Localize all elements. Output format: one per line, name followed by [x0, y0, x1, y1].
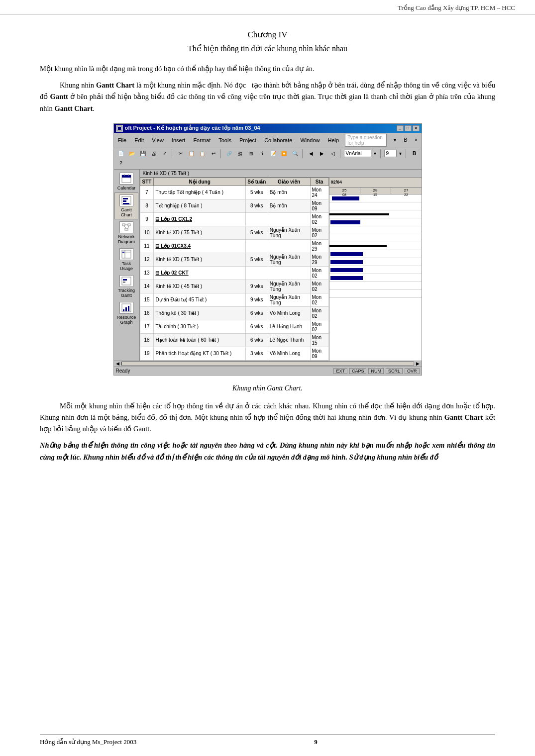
scroll-left-button[interactable]: ◁ — [328, 149, 338, 158]
sidebar-item-tracking[interactable]: Tracking Gantt — [114, 273, 138, 300]
menu-tools[interactable]: Tools — [216, 137, 233, 144]
notes-button[interactable]: 📝 — [268, 149, 278, 158]
print-button[interactable]: 🖨 — [149, 149, 159, 158]
size-dropdown-button[interactable]: ▾ — [398, 149, 404, 158]
gantt-bar — [330, 276, 363, 280]
chapter-title: Chương IV — [40, 29, 495, 40]
status-bar: Ready EXT CAPS NUM SCRL OVR — [114, 367, 422, 375]
close-button[interactable]: × — [413, 125, 420, 131]
page-content: Chương IV Thể hiện thông tin dới các khu… — [0, 14, 535, 483]
copy-button[interactable]: 📋 — [187, 149, 197, 158]
cut-button[interactable]: ✂ — [176, 149, 186, 158]
svg-rect-7 — [123, 198, 128, 199]
minimize-button[interactable]: _ — [397, 125, 404, 131]
menu-collaborate[interactable]: Collaborate — [262, 137, 294, 144]
gantt-bar — [330, 220, 360, 224]
spellcheck-button[interactable]: ✓ — [160, 149, 170, 158]
table-row: 19 Phân tích Hoạt động KT ( 30 Tiết ) 3 … — [140, 347, 328, 360]
gantt-icon — [119, 194, 133, 206]
sidebar-item-gantt[interactable]: Gantt Chart — [114, 192, 138, 219]
bold-button[interactable]: B — [410, 149, 420, 158]
svg-rect-24 — [123, 309, 124, 311]
menu-edit[interactable]: Edit — [132, 137, 146, 144]
paragraph-3: Mỗi một khung nhìn thể hiện các tổ hợp t… — [40, 400, 495, 435]
zoom-in-button[interactable]: 🔍 — [290, 149, 300, 158]
filter-button[interactable]: 🔽 — [279, 149, 289, 158]
sidebar-network-label: Network Diagram — [116, 234, 137, 244]
svg-rect-21 — [123, 279, 127, 281]
gantt-summary-bar — [329, 213, 389, 215]
status-scrl: SCRL — [386, 368, 403, 374]
gantt-bar — [330, 252, 363, 256]
link-button[interactable]: 🔗 — [224, 149, 234, 158]
status-text: Ready — [116, 368, 130, 374]
gantt-row-14 — [329, 250, 422, 258]
new-button[interactable]: 📄 — [116, 149, 126, 158]
resource-icon — [119, 302, 133, 314]
sidebar-item-resource[interactable]: Resource Graph — [114, 300, 138, 327]
gantt-summary-bar — [329, 245, 387, 247]
header-text: Trồng Cao đẳng Xây dựng TP. HCM – HCC — [398, 4, 515, 12]
menu-file[interactable]: File — [116, 137, 129, 144]
font-size-input[interactable]: 9 — [384, 150, 397, 157]
col-giaovien: Giáo viên — [268, 178, 310, 186]
paste-button[interactable]: 📋 — [198, 149, 208, 158]
svg-rect-22 — [123, 282, 125, 283]
menu-help[interactable]: Help — [326, 137, 341, 144]
nav-prev-button[interactable]: ◀ — [306, 149, 316, 158]
screenshot-container: oft Project - Kế hoạch giảng dạy các lớp… — [113, 123, 422, 376]
menu-pin-button[interactable]: ▾ — [392, 136, 398, 145]
undo-button[interactable]: ↩ — [209, 149, 218, 158]
sidebar-item-network[interactable]: Network Diagram — [114, 219, 138, 246]
status-ext: EXT — [333, 368, 347, 374]
split-button[interactable]: ⊞ — [246, 149, 256, 158]
paragraph-1: Một khung nhìn là một dạng mà trong đó b… — [40, 63, 495, 75]
help-search[interactable]: Type a question for help — [345, 134, 387, 147]
table-row: 13 ⊟ Lớp 02 CKT Mon 02 — [140, 266, 328, 280]
footer-left: Hớng dẫn sử dụng Ms_Project 2003 — [40, 738, 136, 746]
font-dropdown-button[interactable]: ▾ — [372, 149, 378, 158]
col-stt: STT — [140, 178, 154, 186]
gantt-bar — [330, 260, 363, 264]
left-table-area: STT Nội dung Số tuần Giáo viên Sta 7 — [140, 178, 329, 361]
menu-close-button[interactable]: × — [413, 136, 419, 145]
save-button[interactable]: 💾 — [138, 149, 148, 158]
status-caps: CAPS — [349, 368, 367, 374]
svg-line-14 — [124, 226, 126, 228]
sidebar-item-calendar[interactable]: Calendar — [114, 171, 138, 192]
gantt-bar — [330, 268, 363, 272]
menu-project[interactable]: Project — [237, 137, 258, 144]
table-row: 9 ⊟ Lớp 01 CX1.2 Mon 02 — [140, 212, 328, 226]
italic-button[interactable]: ? — [116, 159, 126, 168]
nav-next-button[interactable]: ▶ — [317, 149, 327, 158]
menu-window[interactable]: Window — [298, 137, 321, 144]
chapter-subtitle: Thể hiện thông tin dới các khung nhìn kh… — [40, 44, 495, 53]
font-name-input[interactable]: VnArial — [344, 150, 371, 157]
table-row: 18 Hạch toán kế toán ( 60 Tiết ) 6 wks L… — [140, 333, 328, 347]
menu-view[interactable]: View — [150, 137, 166, 144]
task-usage-icon — [119, 248, 133, 260]
menu-format[interactable]: Format — [191, 137, 213, 144]
page-footer: Hớng dẫn sử dụng Ms_Project 2003 9 — [40, 735, 495, 746]
window-title: oft Project - Kế hoạch giảng dạy các lớp… — [125, 125, 260, 131]
table-row: 11 ⊟ Lớp 01CX3.4 Mon 29 — [140, 239, 328, 253]
restore-button[interactable]: □ — [405, 125, 412, 131]
svg-rect-20 — [122, 277, 131, 285]
footer-page: 9 — [314, 738, 318, 746]
unlink-button[interactable]: ⛓ — [235, 149, 245, 158]
table-row: 12 Kinh tế XD ( 75 Tiết ) 5 wks Nguyễn X… — [140, 253, 328, 266]
svg-rect-11 — [128, 224, 130, 226]
table-row: 15 Dự án Đầu tư( 45 Tiết ) 9 wks Nguyễn … — [140, 293, 328, 306]
open-button[interactable]: 📂 — [127, 149, 137, 158]
gantt-month-header: 02/04 — [329, 178, 422, 188]
col-sotuan: Số tuần — [245, 178, 268, 186]
screenshot-caption: Khung nhìn Gantt Chart. — [40, 384, 495, 392]
menu-expand-button[interactable]: B — [402, 136, 409, 145]
sidebar-gantt-label: Gantt Chart — [116, 207, 137, 217]
gantt-bar — [332, 196, 359, 200]
info-button[interactable]: ℹ — [257, 149, 267, 158]
menu-insert[interactable]: Insert — [170, 137, 188, 144]
sidebar-item-task-usage[interactable]: Task Usage — [114, 246, 138, 273]
table-row: 10 Kinh tế XD ( 75 Tiết ) 5 wks Nguyễn X… — [140, 226, 328, 239]
horizontal-scrollbar[interactable]: ◀ ▶ — [114, 361, 422, 367]
